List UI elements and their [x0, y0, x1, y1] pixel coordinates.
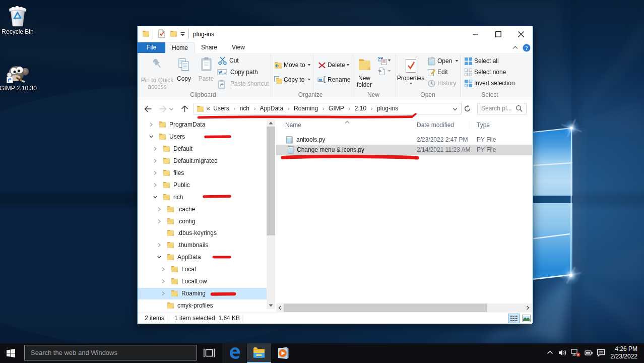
svg-text:?: ? — [525, 45, 528, 51]
